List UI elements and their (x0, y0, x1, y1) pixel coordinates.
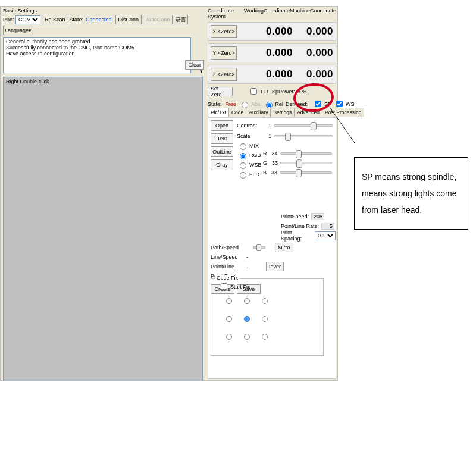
log-box: General authority has been granted. Succ… (3, 37, 191, 73)
r-slider[interactable] (280, 152, 333, 155)
x-working-value: 0.000 (239, 26, 293, 37)
scale-slider[interactable] (274, 135, 333, 137)
text-button[interactable]: Text (211, 133, 233, 144)
z-working-value: 0.000 (239, 68, 293, 80)
tab-bar: Pic/Txt Code Auxiliary Settings Advanced… (208, 108, 336, 117)
working-coord-label: WorkingCoordinate (244, 8, 290, 20)
y-row: Y <Zero> 0.000 0.000 (208, 43, 336, 62)
path-speed-slider[interactable] (253, 246, 265, 249)
outline-button[interactable]: OutLine (211, 146, 233, 157)
anchor-center[interactable] (244, 316, 250, 322)
disconn-button[interactable]: DisConn (115, 15, 142, 24)
mode-fld-radio[interactable] (240, 172, 246, 178)
scale-value: 1 (263, 133, 271, 139)
g-slider[interactable] (280, 162, 332, 164)
language-cn-button[interactable]: 语言 (174, 15, 188, 24)
z-machine-value: 0.000 (293, 68, 336, 80)
mode-wsb-radio[interactable] (240, 162, 246, 169)
app-window: Basic Settings Port: COM5 Re Scan State:… (0, 6, 338, 381)
contrast-value: 1 (263, 123, 271, 129)
deffeed-label: DefFeed: (286, 101, 308, 107)
sp-power-label: SpPower: (272, 89, 295, 95)
x-zero-button[interactable]: X <Zero> (211, 25, 237, 38)
tab-settings[interactable]: Settings (270, 108, 295, 117)
scale-label: Scale (237, 133, 261, 139)
x-machine-value: 0.000 (293, 26, 336, 37)
autoconn-button[interactable]: AutoConn (143, 15, 173, 24)
x-row: X <Zero> 0.000 0.000 (208, 22, 336, 41)
codefix-legend: Code Fix (215, 275, 240, 281)
annotation-text: SP means strong spindle, means strong li… (354, 157, 468, 230)
port-label: Port: (3, 17, 14, 23)
z-row: Z <Zero> 0.000 0.000 (208, 65, 336, 84)
set-zero-button[interactable]: Set Zero (208, 87, 233, 96)
sp-checkbox[interactable] (315, 101, 321, 107)
gray-button[interactable]: Gray (211, 159, 233, 170)
mode-rgb-radio[interactable] (240, 153, 246, 159)
y-working-value: 0.000 (239, 47, 293, 59)
b-slider[interactable] (280, 171, 332, 174)
log-line: Have access to configuration. (6, 51, 188, 57)
z-zero-button[interactable]: Z <Zero> (211, 68, 237, 81)
invert-button[interactable]: Inver (266, 262, 284, 271)
rescan-button[interactable]: Re Scan (42, 15, 68, 24)
y-zero-button[interactable]: Y <Zero> (211, 46, 237, 60)
mirror-button[interactable]: Mirro (275, 243, 293, 252)
codefix-fieldset: Code Fix Start Fix (211, 278, 324, 356)
point-line-rate-value[interactable]: 5 (321, 223, 334, 230)
state2-label: State: (208, 101, 222, 107)
basic-settings-panel: Basic Settings Port: COM5 Re Scan State:… (3, 8, 204, 73)
pictxt-panel: Open Text OutLine Gray Contrast 1 Scale … (208, 117, 336, 379)
canvas-area[interactable]: Right Double-click (3, 77, 203, 380)
tab-auxiliary[interactable]: Auxiliary (246, 108, 271, 117)
rel-radio[interactable] (266, 102, 273, 108)
contrast-slider[interactable] (274, 124, 333, 127)
coordinate-system-panel: Coordinate System WorkingCoordinate Mach… (208, 8, 336, 109)
print-column: PrintSpeed:208 Point/Line Rate:5 Print S… (281, 212, 336, 240)
language-button[interactable]: Language ▾ (3, 26, 33, 35)
open-button[interactable]: Open (211, 120, 233, 131)
machine-coord-label: MachineCoordinate (290, 8, 336, 20)
ttl-checkbox[interactable] (250, 88, 257, 95)
state-label: State: (70, 17, 84, 23)
tab-pictxt[interactable]: Pic/Txt (208, 108, 229, 117)
tab-code[interactable]: Code (228, 108, 246, 117)
port-select[interactable]: COM5 (15, 15, 40, 24)
tab-postprocessing[interactable]: Post Processing (322, 108, 364, 117)
log-dropdown-icon[interactable]: ▾ (198, 68, 204, 74)
abs-radio[interactable] (242, 102, 248, 108)
sp-power-value: 3 % (298, 89, 307, 95)
coord-title: Coordinate System (208, 8, 244, 20)
state-value: Connected (86, 17, 112, 23)
y-machine-value: 0.000 (293, 47, 336, 59)
contrast-label: Contrast (237, 123, 261, 129)
tab-advanced[interactable]: Advanced (294, 108, 322, 117)
anchor-grid[interactable] (223, 295, 320, 343)
basic-settings-caption: Basic Settings (3, 8, 204, 14)
mode-mix-radio[interactable] (240, 143, 246, 150)
startfix-checkbox[interactable] (221, 283, 227, 290)
print-spacing-select[interactable]: 0.1 (315, 231, 336, 240)
state2-value: Free (226, 101, 237, 107)
print-speed-value[interactable]: 208 (311, 213, 324, 220)
ws-checkbox[interactable] (336, 101, 343, 107)
canvas-hint: Right Double-click (4, 77, 202, 86)
